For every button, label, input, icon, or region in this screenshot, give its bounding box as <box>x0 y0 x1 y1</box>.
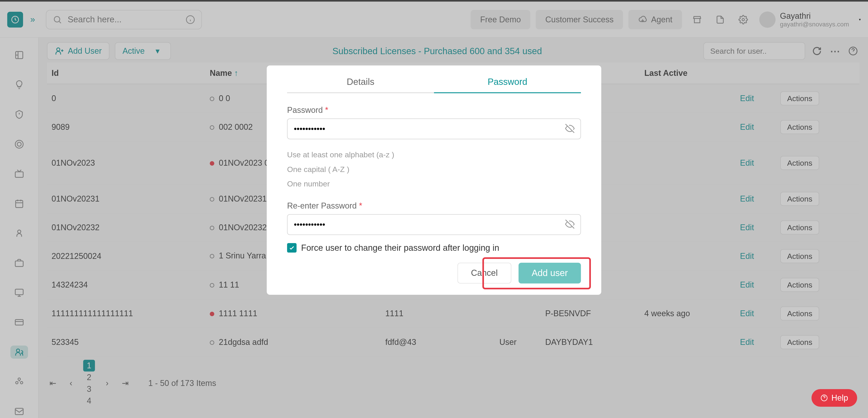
password-hint: One number <box>287 176 581 191</box>
help-circle-icon <box>820 394 828 402</box>
add-user-modal: Details Password Password * Use at least… <box>267 65 601 295</box>
add-user-submit-button[interactable]: Add user <box>519 263 581 283</box>
cancel-button[interactable]: Cancel <box>458 263 511 283</box>
password-hint: Use at least one alphabet (a-z ) <box>287 147 581 162</box>
password-hint: One capital ( A-Z ) <box>287 162 581 177</box>
force-change-checkbox[interactable] <box>287 243 297 252</box>
modal-overlay[interactable]: Details Password Password * Use at least… <box>0 0 868 418</box>
force-change-label: Force user to change their password afte… <box>301 243 499 253</box>
toggle-visibility-icon[interactable] <box>565 219 575 230</box>
check-icon <box>289 245 295 251</box>
password-input[interactable] <box>287 118 581 139</box>
toggle-visibility-icon[interactable] <box>565 124 575 134</box>
help-button[interactable]: Help <box>811 389 857 407</box>
reenter-password-input[interactable] <box>287 214 581 235</box>
tab-password[interactable]: Password <box>434 77 581 93</box>
tab-details[interactable]: Details <box>287 77 434 93</box>
password-label: Password * <box>287 105 581 115</box>
reenter-password-label: Re-enter Password * <box>287 201 581 211</box>
